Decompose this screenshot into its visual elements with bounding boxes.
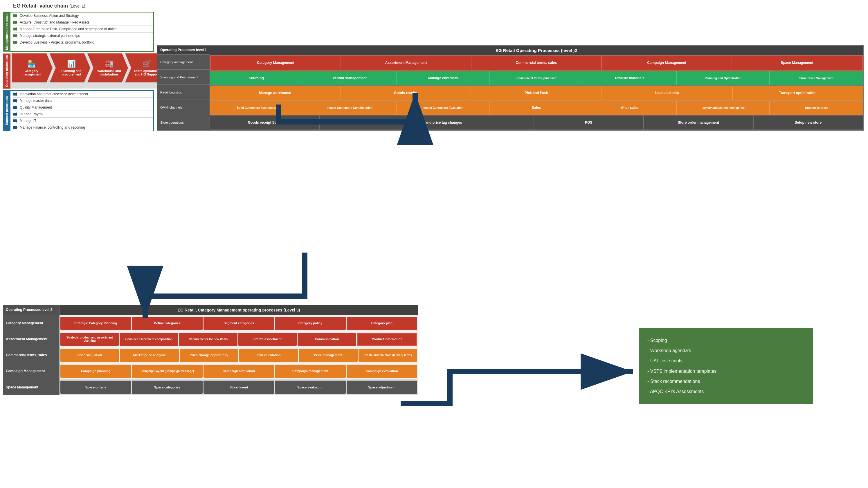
l2-sourcing-row: Sourcing Vendor Management Manage contra… — [210, 71, 863, 86]
l3-cat-plan: Category plan — [347, 317, 417, 330]
management-processes-section: Management processes Develop Business Vi… — [3, 12, 154, 52]
l2-new-store: Setup new store — [753, 115, 863, 130]
page-title: EG Retail- value chain (Level 1) — [3, 3, 154, 9]
sup-bullet-5 — [13, 118, 18, 123]
l2-comm-purchase: Commercial terms, purchase — [490, 71, 583, 85]
operating-sidebar: Operating processes — [3, 53, 10, 89]
l2-store-order: Store order Management — [770, 71, 863, 85]
green-item-5: - Stack recommendations — [647, 376, 804, 387]
bullet-4 — [13, 33, 18, 38]
bullet-2 — [13, 20, 18, 25]
l3-space-cells: Space criteria Space categories Store la… — [60, 379, 418, 395]
support-items: Innovation and product/service developme… — [10, 90, 154, 131]
op-l1-category: Category management — [157, 55, 210, 70]
page-container: EG Retail- value chain (Level 1) Managem… — [0, 0, 868, 488]
op-l1-omni: OMNI channels — [157, 100, 210, 115]
l3-label-commercial: Commercial terms, sales — [3, 347, 60, 363]
l2-consideration: Impact Customers Consideration — [303, 100, 397, 115]
l3-space-eval: Space evaluation — [275, 380, 345, 394]
mgmt-item-4: Manage strategic external partnerships — [13, 32, 153, 39]
level3-header-row: Operating Processes level 2 EG Retail, C… — [3, 305, 418, 315]
sup-bullet-2 — [13, 98, 18, 103]
l3-communication: Communication — [298, 333, 356, 346]
green-item-3: - UAT test scripts — [647, 356, 804, 366]
management-items: Develop Business Vision and Strategy Acq… — [10, 12, 154, 52]
l3-product-info: Product information — [357, 333, 417, 346]
l2-store-row: Goods receipt Store Shelf replenishment … — [210, 115, 863, 130]
sup-item-6: Manage Finance, controlling and reportin… — [13, 124, 153, 131]
l3-campaign-plan: Campaign planning — [60, 365, 131, 378]
l2-store-order-mgmt: Store order management — [644, 115, 753, 130]
l2-pick-pack: Pick and Pack — [471, 86, 601, 100]
l3-label-category: Category Management — [3, 315, 60, 331]
l2-space: Space Management — [732, 56, 862, 70]
l3-campaign-eval: Campaign evaluation — [347, 365, 417, 378]
l3-label-campaign: Campaign Management — [3, 363, 60, 379]
top-left-section: EG Retail- value chain (Level 1) Managem… — [3, 3, 154, 131]
l2-awareness: Build Customers Awareness — [210, 100, 303, 115]
level2-combined-area: Operating Processes level 1 Category man… — [157, 45, 864, 131]
l2-omni-row: Build Customers Awareness Impact Custome… — [210, 100, 863, 115]
sup-bullet-1 — [13, 92, 18, 96]
l3-price-change: Price change opportunity — [180, 349, 238, 362]
level2-title: EG Retail Operating Processes (level )2 — [210, 45, 863, 56]
l2-goods-store: Goods receipt Store — [210, 115, 319, 130]
l3-consider-assort: Consider assortment composition — [120, 333, 178, 346]
l2-contracts: Manage contracts — [396, 71, 490, 85]
mgmt-item-5: Develop Business - Projects, programs, p… — [13, 39, 153, 45]
l3-strategic-prod: Strategic product and assortment plannin… — [60, 333, 119, 346]
l3-price-sim: Price simulation — [60, 349, 119, 362]
level3-title-header: EG Retail, Category Management operating… — [60, 305, 418, 315]
bullet-5 — [13, 40, 18, 45]
l3-segment-cat: Segment categories — [204, 317, 274, 330]
l3-delivery-terms: Create and maintain delivery terms — [359, 349, 417, 362]
l3-campaign-sim: Campaign simulation — [204, 365, 274, 378]
l2-assortment: Assortment Management — [341, 56, 471, 70]
l3-space-criteria: Space criteria — [60, 380, 131, 394]
l3-commercial-row: Commercial terms, sales Price simulation… — [3, 347, 418, 363]
l2-evaluation: Impact Customers Evaluation — [396, 100, 490, 115]
op-l1-store: Store operations — [157, 115, 210, 130]
l2-campaign: Campaign Management — [601, 56, 732, 70]
l2-procure: Procure materials — [583, 71, 676, 85]
l3-store-layout: Store layout — [204, 380, 274, 394]
l3-strategic-cat: Strategic Category Planning — [60, 317, 131, 330]
l2-load-ship: Load and ship — [602, 86, 733, 100]
sup-item-1: Innovation and product/service developme… — [13, 91, 153, 97]
l2-loyalty: Loyalty and Market intelligence — [676, 100, 770, 115]
sup-bullet-3 — [13, 105, 18, 110]
l3-define-cat: Define categories — [132, 317, 202, 330]
l3-campaign-cells: Campaign planning Campaign layout (Campa… — [60, 363, 418, 379]
l3-label-assortment: Assortment Management — [3, 331, 60, 347]
l3-label-space: Space Management — [3, 379, 60, 395]
management-sidebar: Management processes — [3, 12, 10, 52]
l2-sales: Sales — [490, 100, 583, 115]
l2-goods-receipt: Goods receipt — [340, 86, 471, 100]
mgmt-item-2: Acquire, Construct and Manage Fixed Asse… — [13, 19, 153, 26]
l2-logistics-row: Manage warehouse Goods receipt Pick and … — [210, 86, 863, 100]
l2-transport: Transport optimization — [733, 86, 863, 100]
green-item-4: - VSTS implementation templates — [647, 366, 804, 376]
l3-assortment-row: Assortment Management Strategic product … — [3, 331, 418, 347]
l2-warehouse: Manage warehouse — [210, 86, 340, 100]
level3-label-header: Operating Processes level 2 — [3, 305, 60, 315]
sup-item-5: Manage IT — [13, 118, 153, 124]
warehouse-icon: 🏭 — [105, 60, 114, 68]
l2-support-stores: Support (stores) — [770, 100, 863, 115]
l3-campaign-mgmt: Campaign management — [275, 365, 345, 378]
l3-item-calc: Item calculation — [239, 349, 298, 362]
category-icon: 🏪 — [27, 60, 36, 68]
bullet-3 — [13, 27, 18, 31]
chevron-planning: 📊 Planning and procurement — [50, 53, 90, 83]
sup-item-2: Manage master data — [13, 97, 153, 104]
l2-category-row: Category Management Assortment Managemen… — [210, 56, 863, 71]
op-l1-header: Operating Processes level 1 — [157, 45, 210, 55]
chevron-category: 🏪 Category management — [12, 53, 53, 83]
l2-cat-mgmt: Category Management — [211, 56, 341, 70]
l2-sourcing: Sourcing — [210, 71, 303, 85]
sup-item-3: Quality Management — [13, 104, 153, 111]
l2-shelf: Shelf replenishment and price tag change… — [319, 115, 534, 130]
l3-assortment-cells: Strategic product and assortment plannin… — [60, 331, 418, 347]
l3-category-cells: Strategic Category Planning Define categ… — [60, 315, 418, 331]
l3-market-price: Market price analysis — [120, 349, 179, 362]
